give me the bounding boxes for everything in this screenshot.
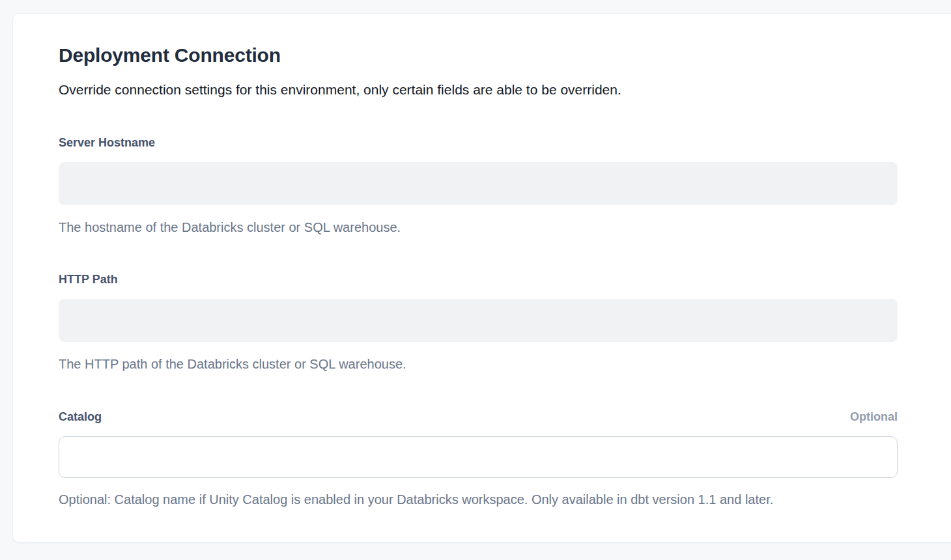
http-path-field: HTTP Path The HTTP path of the Databrick… (59, 273, 898, 372)
catalog-field: Catalog Optional Optional: Catalog name … (59, 410, 898, 508)
http-path-helper: The HTTP path of the Databricks cluster … (59, 356, 898, 372)
catalog-input[interactable] (59, 436, 898, 478)
page-title: Deployment Connection (59, 43, 898, 68)
server-hostname-label: Server Hostname (59, 136, 155, 150)
server-hostname-input (59, 162, 898, 205)
http-path-input (59, 299, 898, 342)
server-hostname-helper: The hostname of the Databricks cluster o… (59, 219, 898, 236)
page-subtitle: Override connection settings for this en… (59, 81, 898, 99)
server-hostname-field: Server Hostname The hostname of the Data… (59, 136, 898, 236)
deployment-connection-card: Deployment Connection Override connectio… (12, 13, 951, 542)
http-path-label: HTTP Path (59, 273, 118, 287)
deployment-connection-page: Deployment Connection Override connectio… (0, 0, 951, 560)
catalog-helper: Optional: Catalog name if Unity Catalog … (59, 491, 898, 508)
catalog-label: Catalog (59, 410, 102, 424)
catalog-optional-tag: Optional (850, 410, 898, 424)
